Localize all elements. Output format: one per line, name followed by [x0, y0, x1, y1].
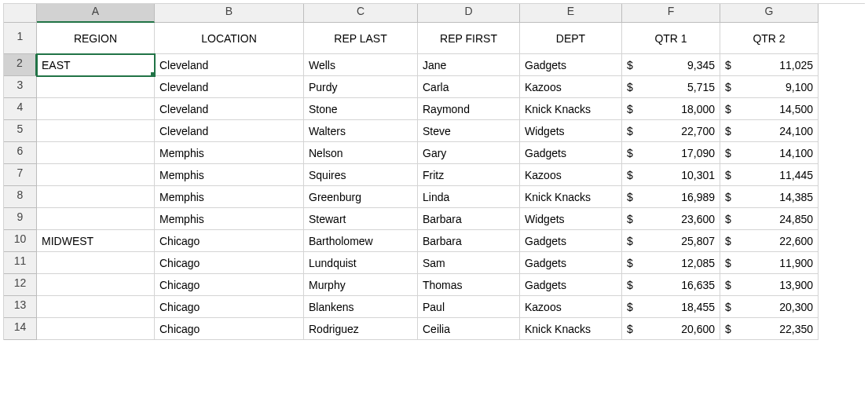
- cell-B5[interactable]: Cleveland: [155, 120, 304, 142]
- cell-B6[interactable]: Memphis: [155, 142, 304, 164]
- cell-F10[interactable]: $25,807: [622, 230, 720, 252]
- header-region[interactable]: REGION: [37, 23, 155, 54]
- cell-A5[interactable]: [37, 120, 155, 142]
- select-all-corner[interactable]: [4, 4, 37, 23]
- row-header-8[interactable]: 8: [4, 186, 37, 208]
- cell-C7[interactable]: Squires: [304, 164, 418, 186]
- cell-C13[interactable]: Blankens: [304, 296, 418, 318]
- cell-D3[interactable]: Carla: [418, 76, 520, 98]
- cell-B2[interactable]: Cleveland: [155, 54, 304, 76]
- cell-C14[interactable]: Rodriguez: [304, 318, 418, 340]
- cell-E8[interactable]: Knick Knacks: [520, 186, 622, 208]
- cell-D9[interactable]: Barbara: [418, 208, 520, 230]
- cell-B13[interactable]: Chicago: [155, 296, 304, 318]
- cell-G7[interactable]: $11,445: [720, 164, 819, 186]
- cell-E9[interactable]: Widgets: [520, 208, 622, 230]
- cell-G8[interactable]: $14,385: [720, 186, 819, 208]
- header-repfirst[interactable]: REP FIRST: [418, 23, 520, 54]
- col-header-D[interactable]: D: [418, 4, 520, 23]
- cell-A12[interactable]: [37, 274, 155, 296]
- cell-C8[interactable]: Greenburg: [304, 186, 418, 208]
- cell-E3[interactable]: Kazoos: [520, 76, 622, 98]
- col-header-C[interactable]: C: [304, 4, 418, 23]
- cell-A10[interactable]: MIDWEST: [37, 230, 155, 252]
- header-qtr1[interactable]: QTR 1: [622, 23, 720, 54]
- cell-F8[interactable]: $16,989: [622, 186, 720, 208]
- cell-C11[interactable]: Lundquist: [304, 252, 418, 274]
- row-header-12[interactable]: 12: [4, 274, 37, 296]
- cell-A3[interactable]: [37, 76, 155, 98]
- cell-B4[interactable]: Cleveland: [155, 98, 304, 120]
- cell-B11[interactable]: Chicago: [155, 252, 304, 274]
- cell-D12[interactable]: Thomas: [418, 274, 520, 296]
- col-header-A[interactable]: A: [37, 4, 155, 23]
- cell-A14[interactable]: [37, 318, 155, 340]
- cell-G6[interactable]: $14,100: [720, 142, 819, 164]
- cell-D2[interactable]: Jane: [418, 54, 520, 76]
- cell-A13[interactable]: [37, 296, 155, 318]
- cell-C9[interactable]: Stewart: [304, 208, 418, 230]
- cell-A9[interactable]: [37, 208, 155, 230]
- cell-C5[interactable]: Walters: [304, 120, 418, 142]
- col-header-E[interactable]: E: [520, 4, 622, 23]
- cell-E12[interactable]: Gadgets: [520, 274, 622, 296]
- cell-C10[interactable]: Bartholomew: [304, 230, 418, 252]
- cell-B10[interactable]: Chicago: [155, 230, 304, 252]
- cell-C12[interactable]: Murphy: [304, 274, 418, 296]
- cell-E13[interactable]: Kazoos: [520, 296, 622, 318]
- cell-G12[interactable]: $13,900: [720, 274, 819, 296]
- cell-G14[interactable]: $22,350: [720, 318, 819, 340]
- cell-F7[interactable]: $10,301: [622, 164, 720, 186]
- cell-D8[interactable]: Linda: [418, 186, 520, 208]
- cell-E4[interactable]: Knick Knacks: [520, 98, 622, 120]
- cell-F5[interactable]: $22,700: [622, 120, 720, 142]
- cell-G2[interactable]: $11,025: [720, 54, 819, 76]
- cell-G3[interactable]: $9,100: [720, 76, 819, 98]
- spreadsheet-grid[interactable]: A B C D E F G 1 REGION LOCATION REP LAST…: [3, 3, 865, 340]
- cell-A8[interactable]: [37, 186, 155, 208]
- cell-G5[interactable]: $24,100: [720, 120, 819, 142]
- cell-E2[interactable]: Gadgets: [520, 54, 622, 76]
- header-location[interactable]: LOCATION: [155, 23, 304, 54]
- cell-F13[interactable]: $18,455: [622, 296, 720, 318]
- row-header-9[interactable]: 9: [4, 208, 37, 230]
- cell-E11[interactable]: Gadgets: [520, 252, 622, 274]
- cell-D6[interactable]: Gary: [418, 142, 520, 164]
- cell-C4[interactable]: Stone: [304, 98, 418, 120]
- cell-E5[interactable]: Widgets: [520, 120, 622, 142]
- row-header-6[interactable]: 6: [4, 142, 37, 164]
- cell-B14[interactable]: Chicago: [155, 318, 304, 340]
- row-header-1[interactable]: 1: [4, 23, 37, 54]
- cell-C6[interactable]: Nelson: [304, 142, 418, 164]
- cell-B3[interactable]: Cleveland: [155, 76, 304, 98]
- cell-D10[interactable]: Barbara: [418, 230, 520, 252]
- cell-A6[interactable]: [37, 142, 155, 164]
- col-header-F[interactable]: F: [622, 4, 720, 23]
- cell-F4[interactable]: $18,000: [622, 98, 720, 120]
- cell-G4[interactable]: $14,500: [720, 98, 819, 120]
- row-header-13[interactable]: 13: [4, 296, 37, 318]
- header-qtr2[interactable]: QTR 2: [720, 23, 819, 54]
- cell-F11[interactable]: $12,085: [622, 252, 720, 274]
- cell-C2[interactable]: Wells: [304, 54, 418, 76]
- cell-D4[interactable]: Raymond: [418, 98, 520, 120]
- row-header-5[interactable]: 5: [4, 120, 37, 142]
- cell-B9[interactable]: Memphis: [155, 208, 304, 230]
- cell-A2[interactable]: EAST: [37, 54, 155, 76]
- row-header-7[interactable]: 7: [4, 164, 37, 186]
- cell-B7[interactable]: Memphis: [155, 164, 304, 186]
- cell-D14[interactable]: Ceilia: [418, 318, 520, 340]
- row-header-14[interactable]: 14: [4, 318, 37, 340]
- row-header-10[interactable]: 10: [4, 230, 37, 252]
- col-header-B[interactable]: B: [155, 4, 304, 23]
- cell-D11[interactable]: Sam: [418, 252, 520, 274]
- cell-A4[interactable]: [37, 98, 155, 120]
- row-header-4[interactable]: 4: [4, 98, 37, 120]
- cell-C3[interactable]: Purdy: [304, 76, 418, 98]
- cell-G10[interactable]: $22,600: [720, 230, 819, 252]
- row-header-3[interactable]: 3: [4, 76, 37, 98]
- cell-G13[interactable]: $20,300: [720, 296, 819, 318]
- cell-F3[interactable]: $5,715: [622, 76, 720, 98]
- cell-E6[interactable]: Gadgets: [520, 142, 622, 164]
- cell-G9[interactable]: $24,850: [720, 208, 819, 230]
